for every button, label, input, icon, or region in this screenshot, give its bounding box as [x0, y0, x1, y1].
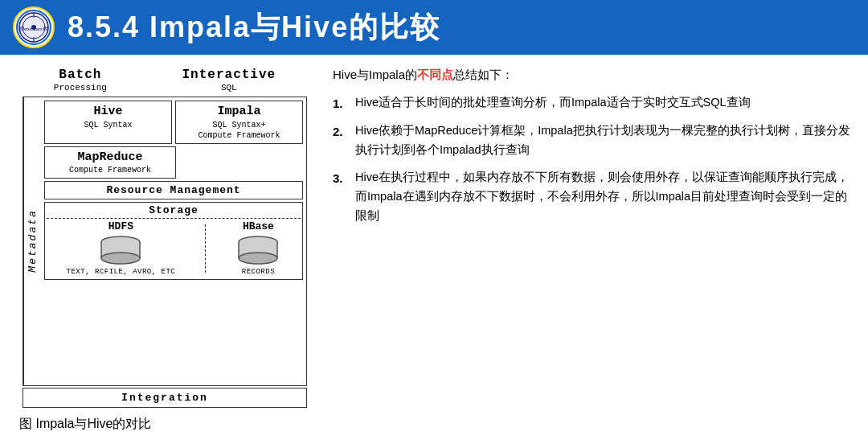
storage-section: Storage HDFS TEXT, RCFILE, AVRO, [44, 202, 303, 280]
list-num-3: 3. [333, 168, 349, 226]
hdfs-item: HDFS TEXT, RCFILE, AVRO, ETC [67, 220, 176, 276]
hdfs-disk-icon [98, 236, 143, 265]
hdfs-sub: TEXT, RCFILE, AVRO, ETC [67, 268, 176, 276]
logo: UNIVERSITAS [13, 6, 55, 48]
hbase-sub: RECORDS [242, 268, 275, 276]
logo-inner: UNIVERSITAS [16, 10, 51, 45]
svg-point-15 [239, 253, 277, 264]
list-item-2: 2. Hive依赖于MapReduce计算框架，Impala把执行计划表现为一棵… [333, 121, 852, 160]
impala-box: Impala SQL Syntax+ Compute Framework [175, 101, 303, 144]
storage-row: HDFS TEXT, RCFILE, AVRO, ETC [47, 218, 301, 278]
diff-word: 不同点 [417, 68, 453, 81]
svg-text:UNIVERSITAS: UNIVERSITAS [20, 27, 47, 31]
page-title: 8.5.4 Impala与Hive的比较 [68, 8, 440, 47]
hbase-item: HBase RECORDS [235, 220, 280, 276]
list-num-1: 1. [333, 93, 349, 114]
intro-line: Hive与Impala的不同点总结如下： [333, 64, 852, 85]
right-section: Hive与Impala的不同点总结如下： 1. Hive适合于长时间的批处理查询… [333, 64, 852, 433]
integration-box: Integration [23, 388, 307, 408]
list-item-3: 3. Hive在执行过程中，如果内存放不下所有数据，则会使用外存，以保证查询能顺… [333, 168, 852, 226]
hive-box: Hive SQL Syntax [44, 101, 172, 144]
metadata-label: Metadata [23, 97, 41, 385]
list-text-1: Hive适合于长时间的批处理查询分析，而Impala适合于实时交互式SQL查询 [355, 93, 751, 114]
list-item-1: 1. Hive适合于长时间的批处理查询分析，而Impala适合于实时交互式SQL… [333, 93, 852, 114]
mapreduce-box: MapReduce Compute Framework [44, 146, 176, 179]
list-num-2: 2. [333, 121, 349, 160]
resource-box: Resource Management [44, 181, 303, 199]
hdfs-label: HDFS [108, 220, 133, 232]
metadata-wrap: Metadata Hive SQL Syntax Impala SQL Synt… [23, 97, 307, 386]
list-text-2: Hive依赖于MapReduce计算框架，Impala把执行计划表现为一棵完整的… [355, 121, 852, 160]
main-content: Batch Processing Interactive SQL Metadat… [0, 55, 868, 441]
batch-label: Batch Processing [54, 68, 107, 93]
header: UNIVERSITAS 8.5.4 Impala与Hive的比较 [0, 0, 868, 55]
diagram-section: Batch Processing Interactive SQL Metadat… [16, 64, 313, 433]
svg-point-10 [101, 253, 140, 264]
interactive-label: Interactive SQL [182, 68, 276, 93]
inner-content: Hive SQL Syntax Impala SQL Syntax+ Compu… [41, 97, 306, 385]
hbase-label: HBase [243, 220, 274, 232]
top-labels: Batch Processing Interactive SQL [16, 64, 313, 95]
storage-label: Storage [47, 204, 301, 216]
hbase-disk-icon [235, 236, 280, 265]
mapreduce-row: MapReduce Compute Framework [44, 146, 303, 179]
hive-impala-row: Hive SQL Syntax Impala SQL Syntax+ Compu… [44, 101, 303, 144]
diagram-caption: 图 Impala与Hive的对比 [16, 416, 313, 433]
list-text-3: Hive在执行过程中，如果内存放不下所有数据，则会使用外存，以保证查询能顺序执行… [355, 168, 852, 226]
